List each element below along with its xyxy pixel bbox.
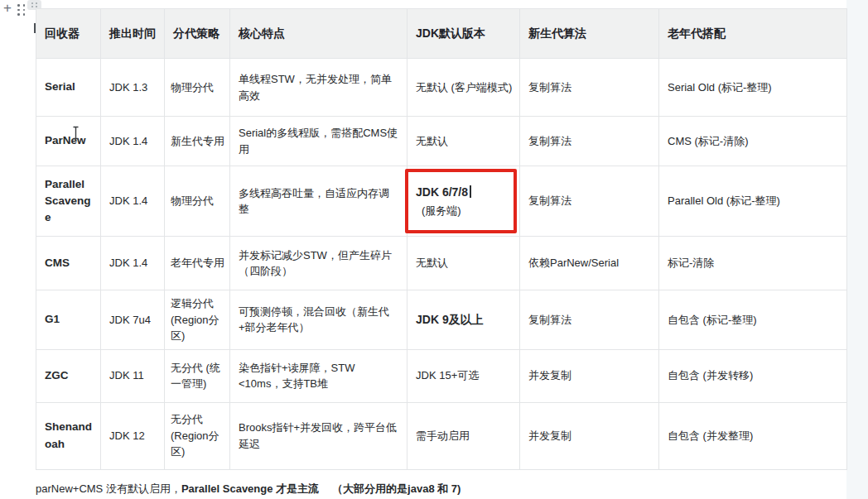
red-annotation-box — [405, 169, 517, 233]
cell-strategy[interactable]: 无分代 (统一管理) — [165, 349, 230, 402]
cell-old-pair[interactable]: 自包含 (标记-整理) — [659, 290, 847, 350]
cell-release[interactable]: JDK 1.4 — [101, 237, 165, 290]
cell-young-algo[interactable]: 依赖ParNew/Serial — [520, 237, 659, 290]
cell-strategy[interactable]: 逻辑分代 (Region分区) — [165, 290, 230, 350]
cell-collector[interactable]: CMS — [36, 237, 101, 290]
cell-strategy[interactable]: 物理分代 — [165, 59, 230, 117]
cell-collector[interactable]: ZGC — [36, 349, 101, 402]
cell-default-jdk[interactable]: JDK 15+可选 — [407, 349, 520, 402]
gc-comparison-table: 回收器 推出时间 分代策略 核心特点 JDK默认版本 新生代算法 老年代搭配 S… — [36, 8, 847, 470]
cell-release[interactable]: JDK 11 — [101, 349, 165, 402]
cell-old-pair[interactable]: Serial Old (标记-整理) — [659, 59, 847, 117]
cell-collector[interactable]: Parallel Scavenge — [36, 166, 101, 237]
table-row-cms: CMS JDK 1.4 老年代专用 并发标记减少STW，但产生碎片（四阶段） 无… — [36, 237, 847, 290]
cell-young-algo[interactable]: 并发复制 — [520, 402, 659, 469]
highlight-sub-text: (服务端) — [416, 203, 518, 219]
cell-old-pair[interactable]: 自包含 (并发转移) — [659, 349, 847, 402]
cell-release[interactable]: JDK 1.4 — [101, 117, 165, 166]
cell-old-pair[interactable]: 自包含 (并发整理) — [659, 402, 847, 469]
cell-default-jdk[interactable]: 无默认 — [407, 237, 520, 290]
drag-handle-icon[interactable] — [17, 4, 26, 17]
cell-features[interactable]: 单线程STW，无并发处理，简单高效 — [230, 59, 407, 117]
cell-default-jdk-highlighted[interactable]: JDK 6/7/8 (服务端) — [407, 166, 520, 237]
cell-features[interactable]: 可预测停顿，混合回收（新生代+部分老年代） — [230, 290, 407, 350]
cell-strategy[interactable]: 无分代 (Region分区) — [165, 402, 230, 469]
table-row-g1: G1 JDK 7u4 逻辑分代 (Region分区) 可预测停顿，混合回收（新生… — [36, 290, 847, 350]
cell-release[interactable]: JDK 1.3 — [101, 59, 165, 117]
footnote-normal: parNew+CMS 没有默认启用， — [36, 482, 181, 495]
header-row: 回收器 推出时间 分代策略 核心特点 JDK默认版本 新生代算法 老年代搭配 — [36, 9, 847, 59]
cell-features[interactable]: 多线程高吞吐量，自适应内存调整 — [230, 166, 407, 237]
cell-release[interactable]: JDK 1.4 — [101, 166, 165, 237]
cell-default-jdk[interactable]: 无默认 (客户端模式) — [407, 59, 520, 117]
highlight-main-text: JDK 6/7/8 — [416, 185, 468, 199]
cell-young-algo[interactable]: 复制算法 — [520, 166, 659, 237]
header-strategy[interactable]: 分代策略 — [165, 9, 230, 59]
cell-features[interactable]: 并发标记减少STW，但产生碎片（四阶段） — [230, 237, 407, 290]
cell-young-algo[interactable]: 并发复制 — [520, 349, 659, 402]
header-old-pair[interactable]: 老年代搭配 — [659, 9, 847, 59]
cell-young-algo[interactable]: 复制算法 — [520, 59, 659, 117]
header-release[interactable]: 推出时间 — [101, 9, 165, 59]
cell-old-pair[interactable]: Parallel Old (标记-整理) — [659, 166, 847, 237]
table-row-zgc: ZGC JDK 11 无分代 (统一管理) 染色指针+读屏障，STW <10ms… — [36, 349, 847, 402]
cell-default-jdk[interactable]: JDK 9及以上 — [407, 290, 520, 350]
cell-release[interactable]: JDK 12 — [101, 402, 165, 469]
cell-features[interactable]: Serial的多线程版，需搭配CMS使用 — [230, 117, 407, 166]
add-block-icon[interactable]: + — [1, 1, 14, 16]
cell-default-jdk[interactable]: 无默认 — [407, 117, 520, 166]
footnote[interactable]: parNew+CMS 没有默认启用，Parallel Scavenge 才是主流… — [36, 482, 461, 497]
cell-strategy[interactable]: 物理分代 — [165, 166, 230, 237]
cell-old-pair[interactable]: CMS (标记-清除) — [659, 117, 847, 166]
cell-strategy[interactable]: 老年代专用 — [165, 237, 230, 290]
cell-features[interactable]: 染色指针+读屏障，STW <10ms，支持TB堆 — [230, 349, 407, 402]
text-caret — [470, 185, 471, 198]
cell-collector[interactable]: Shenandoah — [36, 402, 101, 469]
cell-collector[interactable]: G1 — [36, 290, 101, 350]
cell-collector[interactable]: ParNew — [36, 117, 101, 166]
table-row-serial: Serial JDK 1.3 物理分代 单线程STW，无并发处理，简单高效 无默… — [36, 59, 847, 117]
table-row-parnew: ParNew JDK 1.4 新生代专用 Serial的多线程版，需搭配CMS使… — [36, 117, 847, 166]
footnote-bold: Parallel Scavenge 才是主流 — [181, 482, 319, 495]
page-side-margin — [846, 0, 868, 499]
header-features[interactable]: 核心特点 — [230, 9, 407, 59]
cell-collector[interactable]: Serial — [36, 59, 101, 117]
cell-features[interactable]: Brooks指针+并发回收，跨平台低延迟 — [230, 402, 407, 469]
header-collector[interactable]: 回收器 — [36, 9, 101, 59]
table-row-shenandoah: Shenandoah JDK 12 无分代 (Region分区) Brooks指… — [36, 402, 847, 469]
footnote-bold-paren: （大部分用的是java8 和 7) — [332, 482, 461, 495]
header-default-jdk[interactable]: JDK默认版本 — [407, 9, 520, 59]
cell-default-jdk[interactable]: 需手动启用 — [407, 402, 520, 469]
cell-young-algo[interactable]: 复制算法 — [520, 290, 659, 350]
cell-young-algo[interactable]: 复制算法 — [520, 117, 659, 166]
table-row-parallel-scavenge: Parallel Scavenge JDK 1.4 物理分代 多线程高吞吐量，自… — [36, 166, 847, 237]
ibeam-cursor-icon — [71, 126, 80, 140]
cell-strategy[interactable]: 新生代专用 — [165, 117, 230, 166]
header-young-algo[interactable]: 新生代算法 — [520, 9, 659, 59]
cell-release[interactable]: JDK 7u4 — [101, 290, 165, 350]
cell-old-pair[interactable]: 标记-清除 — [659, 237, 847, 290]
